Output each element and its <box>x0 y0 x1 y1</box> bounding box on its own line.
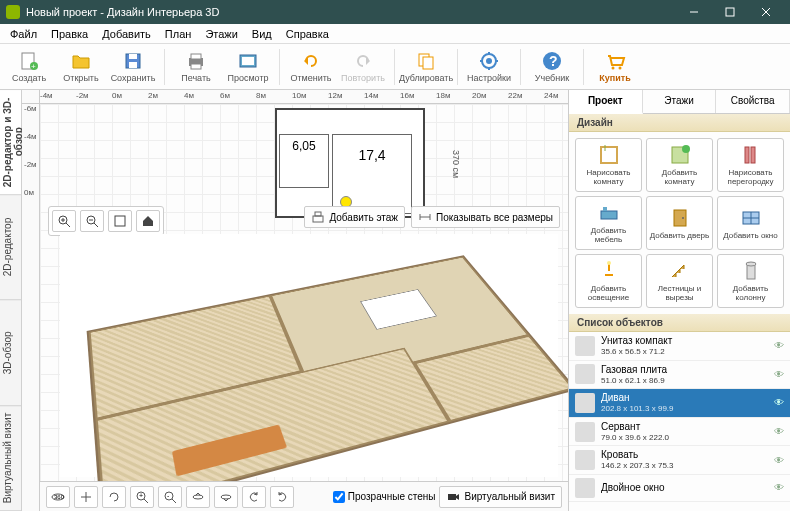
svg-line-42 <box>172 499 176 503</box>
svg-rect-9 <box>129 62 137 68</box>
design-btn-0[interactable]: Нарисовать комнату <box>575 138 642 192</box>
object-item-1[interactable]: Газовая плита51.0 x 62.1 x 86.9👁 <box>569 361 790 390</box>
svg-point-18 <box>486 58 492 64</box>
tab-3d[interactable]: 3D-обзор <box>0 301 21 406</box>
visibility-icon[interactable]: 👁 <box>774 397 784 408</box>
menu-add[interactable]: Добавить <box>96 26 157 42</box>
tab-properties[interactable]: Свойства <box>716 90 790 113</box>
object-item-5[interactable]: Двойное окно👁 <box>569 475 790 502</box>
menu-floors[interactable]: Этажи <box>199 26 243 42</box>
svg-text:+: + <box>31 62 36 71</box>
buy-button[interactable]: Купить <box>590 46 640 88</box>
rotate-button[interactable] <box>102 486 126 508</box>
object-icon <box>575 478 595 498</box>
menu-view[interactable]: Вид <box>246 26 278 42</box>
tab-project[interactable]: Проект <box>569 90 643 114</box>
add-floor-button[interactable]: Добавить этаж <box>304 206 405 228</box>
zoom-in-3d-button[interactable]: + <box>130 486 154 508</box>
zoom-out-button[interactable] <box>80 210 104 232</box>
rotate-right-button[interactable] <box>270 486 294 508</box>
open-button[interactable]: Открыть <box>56 46 106 88</box>
fit-button[interactable] <box>108 210 132 232</box>
svg-rect-11 <box>191 54 201 59</box>
pan-button[interactable] <box>74 486 98 508</box>
svg-line-39 <box>144 499 148 503</box>
design-btn-3[interactable]: Добавить мебель <box>575 196 642 250</box>
object-icon <box>575 364 595 384</box>
duplicate-button[interactable]: Дублировать <box>401 46 451 88</box>
menu-file[interactable]: Файл <box>4 26 43 42</box>
view-3d[interactable] <box>60 234 558 477</box>
preview-button[interactable]: Просмотр <box>223 46 273 88</box>
design-btn-8[interactable]: Добавить колонну <box>717 254 784 308</box>
svg-rect-32 <box>315 212 321 216</box>
object-item-3[interactable]: Сервант79.0 x 39.6 x 222.0👁 <box>569 418 790 447</box>
left-tabs: 2D-редактор и 3D-обзор 2D-редактор 3D-об… <box>0 90 22 511</box>
preview-icon <box>237 50 259 72</box>
object-item-4[interactable]: Кровать146.2 x 207.3 x 75.3👁 <box>569 446 790 475</box>
redo-button[interactable]: Повторить <box>338 46 388 88</box>
svg-point-21 <box>612 67 615 70</box>
tilt-down-button[interactable] <box>214 486 238 508</box>
print-icon <box>185 50 207 72</box>
room-1[interactable]: 6,05 <box>279 134 329 188</box>
undo-button[interactable]: Отменить <box>286 46 336 88</box>
show-dims-button[interactable]: Показывать все размеры <box>411 206 560 228</box>
object-icon <box>575 393 595 413</box>
svg-text:+: + <box>139 492 143 499</box>
canvas[interactable]: 6,05 17,4 370 см Добавить этаж Показыват… <box>40 104 568 511</box>
save-button[interactable]: Сохранить <box>108 46 158 88</box>
visibility-icon[interactable]: 👁 <box>774 455 784 466</box>
orbit-button[interactable]: 360 <box>46 486 70 508</box>
tab-floors[interactable]: Этажи <box>643 90 717 113</box>
virtual-visit-button[interactable]: Виртуальный визит <box>439 486 562 508</box>
home-button[interactable] <box>136 210 160 232</box>
design-buttons: Нарисовать комнатуДобавить комнатуНарисо… <box>569 132 790 314</box>
svg-point-59 <box>607 261 611 265</box>
tab-2d[interactable]: 2D-редактор <box>0 195 21 300</box>
visibility-icon[interactable]: 👁 <box>774 482 784 493</box>
svg-rect-31 <box>313 216 323 222</box>
menu-plan[interactable]: План <box>159 26 198 42</box>
tilt-up-button[interactable] <box>186 486 210 508</box>
svg-point-55 <box>682 217 684 219</box>
design-btn-2[interactable]: Нарисовать перегородку <box>717 138 784 192</box>
svg-rect-46 <box>448 494 456 500</box>
object-icon <box>575 336 595 356</box>
tab-2d-3d[interactable]: 2D-редактор и 3D-обзор <box>0 90 21 195</box>
tutorial-button[interactable]: ?Учебник <box>527 46 577 88</box>
menu-edit[interactable]: Правка <box>45 26 94 42</box>
settings-button[interactable]: Настройки <box>464 46 514 88</box>
maximize-button[interactable] <box>712 0 748 24</box>
right-panel: Проект Этажи Свойства Дизайн Нарисовать … <box>568 90 790 511</box>
visibility-icon[interactable]: 👁 <box>774 426 784 437</box>
toolbar: +СоздатьОткрытьСохранитьПечатьПросмотрОт… <box>0 44 790 90</box>
window-title: Новый проект - Дизайн Интерьера 3D <box>26 6 676 18</box>
visibility-icon[interactable]: 👁 <box>774 369 784 380</box>
object-icon <box>575 450 595 470</box>
bottom-toolbar: 360 + - Прозрачные стены Виртуальный виз… <box>40 481 568 511</box>
objects-section-header: Список объектов <box>569 314 790 332</box>
zoom-in-button[interactable] <box>52 210 76 232</box>
transparent-walls-checkbox[interactable]: Прозрачные стены <box>333 491 436 503</box>
design-btn-1[interactable]: Добавить комнату <box>646 138 713 192</box>
design-btn-5[interactable]: Добавить окно <box>717 196 784 250</box>
tab-virtual[interactable]: Виртуальный визит <box>0 406 21 511</box>
minimize-button[interactable] <box>676 0 712 24</box>
print-button[interactable]: Печать <box>171 46 221 88</box>
close-button[interactable] <box>748 0 784 24</box>
object-item-0[interactable]: Унитаз компакт35.6 x 56.5 x 71.2👁 <box>569 332 790 361</box>
design-btn-6[interactable]: Добавить освещение <box>575 254 642 308</box>
right-tabs: Проект Этажи Свойства <box>569 90 790 114</box>
zoom-out-3d-button[interactable]: - <box>158 486 182 508</box>
create-button[interactable]: +Создать <box>4 46 54 88</box>
visibility-icon[interactable]: 👁 <box>774 340 784 351</box>
open-icon <box>70 50 92 72</box>
design-btn-7[interactable]: Лестницы и вырезы <box>646 254 713 308</box>
object-item-2[interactable]: Диван202.8 x 101.3 x 99.9👁 <box>569 389 790 418</box>
rotate-left-button[interactable] <box>242 486 266 508</box>
menu-help[interactable]: Справка <box>280 26 335 42</box>
svg-rect-47 <box>601 147 617 163</box>
svg-text:?: ? <box>549 53 558 69</box>
design-btn-4[interactable]: Добавить дверь <box>646 196 713 250</box>
